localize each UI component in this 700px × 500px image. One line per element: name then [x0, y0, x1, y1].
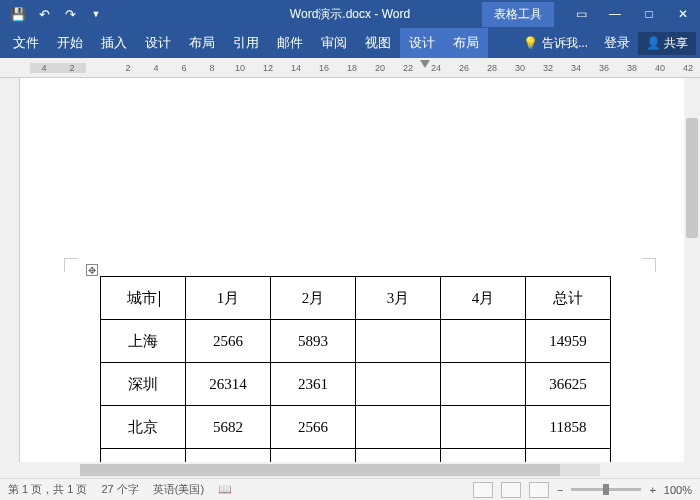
scroll-thumb-h[interactable]	[80, 464, 560, 476]
redo-icon[interactable]: ↷	[60, 4, 80, 24]
table-cell[interactable]: 北京	[101, 406, 186, 449]
table-cell[interactable]: 26314	[186, 363, 271, 406]
table-cell[interactable]: 5682	[186, 406, 271, 449]
login-button[interactable]: 登录	[598, 28, 636, 58]
table-cell[interactable]: 2566	[186, 320, 271, 363]
contextual-tab-label: 表格工具	[482, 2, 554, 27]
scroll-thumb-v[interactable]	[686, 118, 698, 238]
qat-dropdown-icon[interactable]: ▼	[86, 4, 106, 24]
tab-table-design[interactable]: 设计	[400, 28, 444, 58]
table-cell[interactable]: 深圳	[101, 363, 186, 406]
table-move-handle-icon[interactable]: ✥	[86, 264, 98, 276]
ruler-tick: 16	[310, 63, 338, 73]
table-cell[interactable]	[441, 406, 526, 449]
table-cell[interactable]	[101, 449, 186, 463]
table-cell[interactable]	[356, 320, 441, 363]
vertical-scrollbar[interactable]	[684, 78, 700, 462]
indent-marker-icon[interactable]	[420, 60, 430, 68]
margin-mark-tl	[64, 258, 78, 272]
ruler-tick: 34	[562, 63, 590, 73]
zoom-level[interactable]: 100%	[664, 484, 692, 496]
table-cell[interactable]	[526, 449, 611, 463]
table-row	[101, 449, 611, 463]
tab-review[interactable]: 审阅	[312, 28, 356, 58]
tab-table-layout[interactable]: 布局	[444, 28, 488, 58]
ruler-tick: 26	[450, 63, 478, 73]
view-web-icon[interactable]	[529, 482, 549, 498]
language-status[interactable]: 英语(美国)	[153, 482, 204, 497]
ribbon-options-icon[interactable]: ▭	[564, 0, 598, 28]
ruler-tick: 2	[114, 63, 142, 73]
table-cell[interactable]: 4月	[441, 277, 526, 320]
ruler-tick: 38	[618, 63, 646, 73]
save-icon[interactable]: 💾	[8, 4, 28, 24]
tell-me-text: 告诉我...	[542, 35, 588, 52]
horizontal-scrollbar[interactable]	[0, 462, 700, 478]
ruler-tick: 10	[226, 63, 254, 73]
tab-insert[interactable]: 插入	[92, 28, 136, 58]
ruler-tick: 30	[506, 63, 534, 73]
ruler-tick: 14	[282, 63, 310, 73]
table-cell[interactable]	[271, 449, 356, 463]
tab-home[interactable]: 开始	[48, 28, 92, 58]
zoom-out-icon[interactable]: −	[557, 484, 563, 496]
vertical-ruler[interactable]	[0, 78, 20, 462]
share-button[interactable]: 👤 共享	[638, 32, 696, 55]
horizontal-ruler[interactable]: 4224681012141618202224262830323436384042	[0, 58, 700, 78]
doc-title-text: Word演示.docx - Word	[290, 6, 410, 23]
data-table[interactable]: 城市1月2月3月4月总计上海2566589314959深圳26314236136…	[100, 276, 611, 462]
ruler-tick: 22	[394, 63, 422, 73]
table-row: 北京5682256611858	[101, 406, 611, 449]
quick-access-toolbar: 💾 ↶ ↷ ▼	[0, 4, 114, 24]
window-title: Word演示.docx - Word	[290, 6, 410, 23]
table-cell[interactable]	[356, 363, 441, 406]
tab-file[interactable]: 文件	[4, 28, 48, 58]
table-cell[interactable]	[356, 449, 441, 463]
table-cell[interactable]: 上海	[101, 320, 186, 363]
close-icon[interactable]: ✕	[666, 0, 700, 28]
ruler-tick: 20	[366, 63, 394, 73]
tab-references[interactable]: 引用	[224, 28, 268, 58]
proofing-icon[interactable]: 📖	[218, 483, 232, 496]
ruler-tick: 4	[142, 63, 170, 73]
table-cell[interactable]	[441, 363, 526, 406]
page[interactable]: ✥ 城市1月2月3月4月总计上海2566589314959深圳263142361…	[20, 78, 700, 462]
table-cell[interactable]: 1月	[186, 277, 271, 320]
zoom-in-icon[interactable]: +	[649, 484, 655, 496]
zoom-slider[interactable]	[571, 488, 641, 491]
table-cell[interactable]: 2361	[271, 363, 356, 406]
table-cell[interactable]: 14959	[526, 320, 611, 363]
table-cell[interactable]: 2月	[271, 277, 356, 320]
lightbulb-icon: 💡	[523, 36, 538, 50]
table-cell[interactable]: 11858	[526, 406, 611, 449]
text-cursor	[159, 291, 160, 307]
share-icon: 👤	[646, 36, 661, 50]
word-count[interactable]: 27 个字	[101, 482, 138, 497]
status-bar: 第 1 页，共 1 页 27 个字 英语(美国) 📖 − + 100%	[0, 478, 700, 500]
table-cell[interactable]: 总计	[526, 277, 611, 320]
view-read-icon[interactable]	[473, 482, 493, 498]
tab-mailings[interactable]: 邮件	[268, 28, 312, 58]
ribbon-tabs: 文件 开始 插入 设计 布局 引用 邮件 审阅 视图 设计 布局 💡 告诉我..…	[0, 28, 700, 58]
table-cell[interactable]: 城市	[101, 277, 186, 320]
maximize-icon[interactable]: □	[632, 0, 666, 28]
table-cell[interactable]	[441, 320, 526, 363]
table-cell[interactable]	[186, 449, 271, 463]
minimize-icon[interactable]: —	[598, 0, 632, 28]
undo-icon[interactable]: ↶	[34, 4, 54, 24]
table-cell[interactable]: 3月	[356, 277, 441, 320]
table-cell[interactable]	[356, 406, 441, 449]
tab-design[interactable]: 设计	[136, 28, 180, 58]
table-cell[interactable]: 2566	[271, 406, 356, 449]
tab-view[interactable]: 视图	[356, 28, 400, 58]
table-cell[interactable]	[441, 449, 526, 463]
tell-me-search[interactable]: 💡 告诉我...	[515, 35, 596, 52]
table-cell[interactable]: 5893	[271, 320, 356, 363]
page-count[interactable]: 第 1 页，共 1 页	[8, 482, 87, 497]
ruler-tick: 40	[646, 63, 674, 73]
ruler-tick: 8	[198, 63, 226, 73]
tab-layout[interactable]: 布局	[180, 28, 224, 58]
table-cell[interactable]: 36625	[526, 363, 611, 406]
document-area: ✥ 城市1月2月3月4月总计上海2566589314959深圳263142361…	[0, 78, 700, 462]
view-print-icon[interactable]	[501, 482, 521, 498]
